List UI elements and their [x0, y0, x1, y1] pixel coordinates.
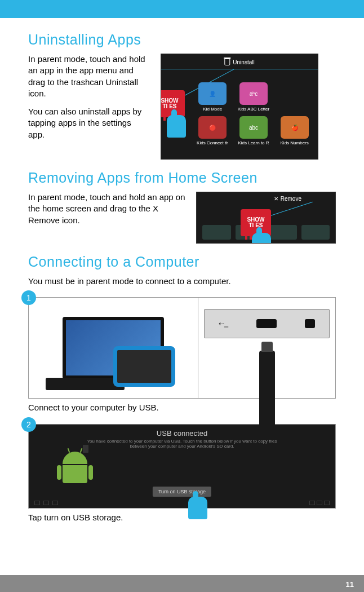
uninstall-action-bar: Uninstall [224, 59, 254, 65]
touch-pointer-icon [188, 497, 207, 519]
section-removing: In parent mode, touch and hold an app on… [28, 192, 336, 244]
uninstall-para2: You can also uninstall apps by tapping a… [28, 106, 149, 140]
page-number: 11 [346, 580, 354, 589]
remove-label: Remove [281, 196, 301, 202]
tablet-icon [113, 346, 175, 387]
step1-figure: ⇠⎯ [28, 297, 336, 399]
usb-dialog-subtitle: You have connected to your computer via … [29, 438, 335, 450]
heading-removing: Removing Apps from Home Screen [28, 170, 336, 186]
touch-pointer-icon [252, 233, 271, 244]
app-label: Kids ABC Letter [238, 107, 269, 112]
heading-uninstalling: Uninstalling Apps [28, 32, 336, 48]
step-1-row: 1 ⇠⎯ Connect to your computer by USB. [28, 297, 336, 413]
page-content: Uninstalling Apps In parent mode, touch … [0, 18, 364, 523]
status-icon [324, 501, 330, 505]
section-uninstalling: In parent mode, touch and hold an app in… [28, 54, 336, 160]
android-robot-icon [63, 452, 91, 485]
step-badge-2: 2 [21, 417, 36, 432]
x-icon: ✕ [274, 196, 278, 202]
remove-para1: In parent mode, touch and hold an app on… [28, 192, 186, 226]
drag-path-line [265, 202, 313, 218]
usb-port-panel: ⇠⎯ [204, 309, 330, 338]
remove-action-bar: ✕ Remove [274, 196, 301, 202]
app-tile: 🍎 [281, 116, 309, 139]
app-label: Kids Connect th [197, 140, 228, 145]
recents-icon [52, 501, 58, 505]
home-icon [43, 501, 49, 505]
back-icon [34, 501, 40, 505]
uninstalling-text: In parent mode, touch and hold an app in… [28, 54, 149, 160]
app-label: Kids Numbers [281, 140, 309, 145]
step2-figure: USB connected You have connected to your… [28, 424, 336, 509]
uninstall-screenshot: Uninstall 👤Kid Mode aᵇcKids ABC Letter 🔴… [161, 54, 318, 160]
uninstall-label: Uninstall [233, 59, 254, 65]
step1-caption: Connect to your computer by USB. [28, 402, 336, 413]
computer-illustration [29, 298, 198, 398]
app-grid: 👤Kid Mode aᵇcKids ABC Letter 🔴Kids Conne… [195, 82, 312, 145]
app-label: Kid Mode [203, 107, 222, 112]
usb-port-icon [256, 319, 277, 328]
step-2-row: 2 USB connected You have connected to yo… [28, 424, 336, 523]
step2-caption: Tap turn on USB storage. [28, 512, 336, 523]
header-bar [0, 0, 364, 18]
turn-on-usb-button[interactable]: Turn on USB storage [153, 487, 211, 497]
app-tile: aᵇc [239, 82, 268, 105]
keyboard-icon [46, 378, 125, 390]
app-tile: 👤 [198, 82, 227, 105]
touch-pointer-icon [167, 115, 186, 138]
dragging-app-tile: SHOWTI ES [241, 209, 271, 236]
app-label: Kids Learn to R [238, 140, 269, 145]
usb-symbol-icon: ⇠⎯ [219, 320, 228, 328]
uninstall-para1: In parent mode, touch and hold an app in… [28, 54, 149, 99]
status-icon [309, 501, 315, 505]
heading-connecting: Connecting to a Computer [28, 254, 336, 270]
usb-illustration: ⇠⎯ [198, 298, 335, 398]
remove-screenshot: ✕ Remove SHOWTI ES [196, 192, 336, 244]
usb-dialog-title: USB connected [29, 425, 335, 438]
connecting-para1: You must be in parent mode to connect to… [28, 276, 336, 287]
port-icon [305, 319, 315, 328]
divider-line [161, 69, 318, 69]
app-tile: 🔴 [198, 116, 227, 139]
app-tile: abc [239, 116, 268, 139]
usb-plug-icon [83, 445, 88, 453]
page-footer: 11 [0, 575, 364, 592]
usb-cable-icon [259, 351, 275, 430]
system-nav-bar [34, 499, 330, 507]
status-icon [317, 501, 322, 505]
trash-icon [224, 59, 230, 65]
